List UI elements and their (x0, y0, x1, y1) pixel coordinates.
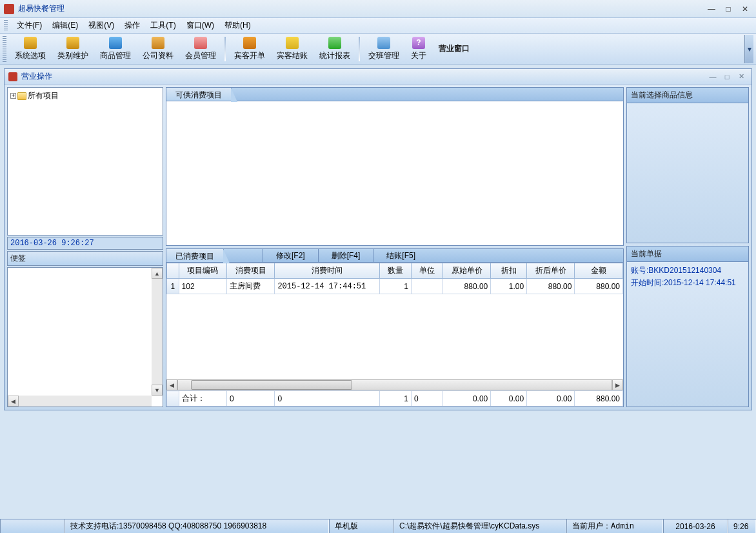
consumable-area (166, 101, 624, 246)
order-account-label: 账号: (631, 266, 648, 275)
child-titlebar: 营业操作 — □ ✕ (5, 69, 751, 85)
totals-table: 合计： 0 0 1 0 0.00 0.00 0.00 880.00 (166, 390, 623, 407)
tb-label: 会员管理 (185, 50, 216, 61)
cell-discprice: 880.00 (527, 279, 575, 294)
consumed-header-row: 已消费项目 修改[F2] 删除[F4] 结账[F5] (166, 248, 624, 263)
menu-operate[interactable]: 操作 (119, 19, 145, 32)
menu-window[interactable]: 窗口(W) (181, 19, 219, 32)
table-row[interactable]: 1 102 主房间费 2015-12-14 17:44:51 1 880.00 … (167, 279, 623, 294)
tb-guest-checkout[interactable]: 宾客结账 (271, 35, 313, 63)
menu-view[interactable]: 视图(V) (83, 19, 119, 32)
menu-edit[interactable]: 编辑(E) (47, 19, 83, 32)
notes-body[interactable]: ▲ ▼ ◀ ▶ (7, 267, 163, 407)
tb-stat-reports[interactable]: 统计报表 (313, 35, 356, 63)
scroll-right-icon[interactable]: ▶ (141, 407, 152, 407)
scroll-left-icon[interactable]: ◀ (166, 379, 177, 390)
child-maximize-button[interactable]: □ (721, 72, 733, 81)
action-modify[interactable]: 修改[F2] (263, 249, 318, 262)
col-discount[interactable]: 折扣 (491, 263, 527, 279)
menu-help[interactable]: 帮助(H) (219, 19, 256, 32)
tb-category-maint[interactable]: 类别维护 (52, 35, 94, 63)
scroll-thumb[interactable] (191, 380, 352, 390)
toolbar-separator (224, 37, 226, 61)
totals-c1: 0 (227, 391, 275, 407)
scroll-up-icon[interactable]: ▲ (152, 268, 163, 279)
menu-bar: 文件(F) 编辑(E) 视图(V) 操作 工具(T) 窗口(W) 帮助(H) (0, 18, 756, 34)
tb-label: 公司资料 (143, 50, 174, 61)
col-rownum[interactable] (167, 263, 179, 279)
tb-label: 统计报表 (319, 50, 350, 61)
scroll-left-icon[interactable]: ◀ (8, 396, 19, 407)
scroll-right-icon[interactable]: ▶ (612, 379, 623, 390)
order-body: 账号:BKKD201512140304 开始时间:2015-12-14 17:4… (626, 262, 749, 407)
col-origprice[interactable]: 原始单价 (443, 263, 490, 279)
tb-guest-order[interactable]: 宾客开单 (228, 35, 271, 63)
notes-hscroll[interactable]: ◀ ▶ (8, 396, 152, 407)
toolbar-overflow[interactable]: ▾ (744, 35, 753, 63)
notes-vscroll[interactable]: ▲ ▼ (152, 268, 163, 396)
tb-product-manage[interactable]: 商品管理 (94, 35, 137, 63)
grid-hscroll[interactable]: ◀ ▶ (166, 379, 623, 390)
close-button[interactable]: ✕ (738, 4, 752, 14)
tree-root-node[interactable]: + 所有项目 (10, 90, 160, 101)
app-title: 超易快餐管理 (18, 3, 704, 14)
minimize-button[interactable]: — (704, 4, 719, 14)
col-name[interactable]: 消费项目 (227, 263, 275, 279)
notes-header: 便签 (7, 251, 163, 266)
tree-panel: + 所有项目 (7, 87, 163, 236)
tree-expand-icon[interactable]: + (10, 93, 16, 99)
status-path: C:\超易软件\超易快餐管理\cyKCData.sys (393, 519, 566, 533)
col-amount[interactable]: 金额 (575, 263, 623, 279)
order-account-value: BKKD201512140304 (648, 266, 721, 275)
child-title: 营业操作 (21, 71, 706, 82)
tb-company-info[interactable]: 公司资料 (137, 35, 179, 63)
right-column: 当前选择商品信息 当前单据 账号:BKKD201512140304 开始时间:2… (626, 87, 749, 407)
status-time: 9:26 (728, 519, 756, 533)
child-close-button[interactable]: ✕ (735, 72, 748, 81)
order-header: 当前单据 (626, 246, 749, 262)
tb-label: 商品管理 (100, 50, 131, 61)
cell-origprice: 880.00 (443, 279, 490, 294)
status-spacer (0, 519, 65, 533)
tb-member-manage[interactable]: 会员管理 (179, 35, 222, 63)
status-support: 技术支持电话:13570098458 QQ:408088750 19669038… (65, 519, 329, 533)
menu-grip (4, 20, 8, 32)
col-unit[interactable]: 单位 (412, 263, 443, 279)
totals-head (167, 391, 179, 407)
consumed-tab[interactable]: 已消费项目 (166, 249, 224, 262)
tb-system-options[interactable]: 系统选项 (9, 35, 52, 63)
cell-amount: 880.00 (575, 279, 623, 294)
child-minimize-button[interactable]: — (706, 72, 719, 81)
menu-tools[interactable]: 工具(T) (145, 19, 181, 32)
col-qty[interactable]: 数量 (380, 263, 412, 279)
action-checkout[interactable]: 结账[F5] (373, 249, 428, 262)
scroll-track[interactable] (177, 379, 612, 390)
consumable-tab[interactable]: 可供消费项目 (166, 88, 232, 101)
maximize-button[interactable]: □ (721, 4, 735, 14)
outer-titlebar: 超易快餐管理 — □ ✕ (0, 0, 756, 18)
tb-label: 宾客结账 (277, 50, 308, 61)
consumable-header: 可供消费项目 (166, 87, 624, 101)
order-start-line: 开始时间:2015-12-14 17:44:51 (631, 277, 744, 289)
col-discprice[interactable]: 折后单价 (527, 263, 575, 279)
status-user-value: Admin (611, 522, 634, 531)
totals-c2: 0 (275, 391, 380, 407)
totals-unit: 0 (412, 391, 443, 407)
menu-file[interactable]: 文件(F) (12, 19, 47, 32)
col-code[interactable]: 项目编码 (179, 263, 226, 279)
product-info-body (626, 103, 749, 243)
tb-shift-manage[interactable]: 交班管理 (363, 35, 405, 63)
tb-label: 宾客开单 (234, 50, 265, 61)
action-delete[interactable]: 删除[F4] (318, 249, 373, 262)
toolbar-grip (3, 36, 6, 62)
client-area: 营业操作 — □ ✕ + 所有项目 2016-03-26 9:26:27 便签 (0, 65, 756, 519)
col-time[interactable]: 消费时间 (275, 263, 380, 279)
tb-business-window[interactable]: 营业窗口 (432, 43, 476, 54)
toolbar-separator (359, 37, 360, 61)
tb-label: 系统选项 (15, 50, 46, 61)
child-icon (8, 72, 17, 81)
scroll-down-icon[interactable]: ▼ (152, 385, 163, 396)
cell-rownum: 1 (167, 279, 179, 294)
order-start-value: 2015-12-14 17:44:51 (664, 278, 735, 287)
tb-about[interactable]: ?关于 (405, 35, 432, 63)
